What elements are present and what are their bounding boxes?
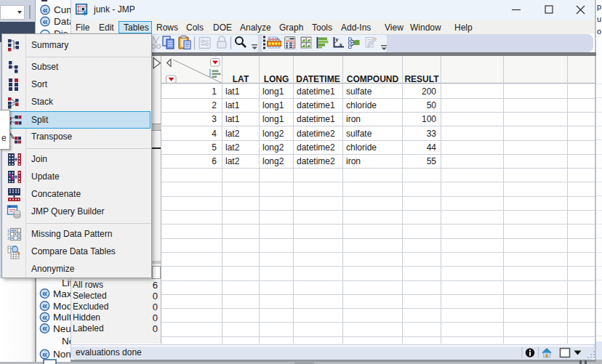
svg-text:3: 3 [7,236,9,240]
svg-text:«: « [42,300,47,311]
svg-text:«: « [42,288,47,299]
svg-text:«: « [43,16,48,27]
svg-text:«: « [42,323,47,333]
svg-text:x: x [339,41,343,48]
svg-text:«: « [42,312,47,323]
svg-text:«: « [42,349,47,360]
svg-text:«: « [43,4,48,15]
